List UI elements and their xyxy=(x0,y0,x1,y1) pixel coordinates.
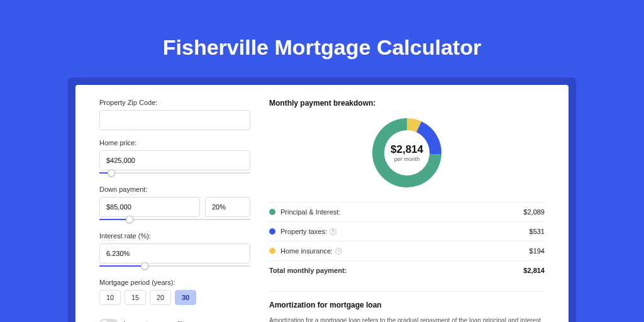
payment-donut: $2,814 per month xyxy=(369,115,445,191)
info-icon[interactable]: ? xyxy=(335,248,342,255)
breakdown-title: Monthly payment breakdown: xyxy=(269,99,545,108)
down-slider[interactable] xyxy=(99,216,250,223)
breakdown-row: Property taxes:?$531 xyxy=(269,221,545,241)
info-icon[interactable]: ? xyxy=(330,228,336,235)
breakdown-row: Principal & Interest:$2,089 xyxy=(269,202,545,221)
donut-wrap: $2,814 per month xyxy=(269,115,545,191)
panel-shadow: Property Zip Code: Home price: Down paym… xyxy=(68,77,576,322)
donut-value: $2,814 xyxy=(391,143,423,156)
zip-field: Property Zip Code: xyxy=(99,99,250,130)
page-title: Fisherville Mortgage Calculator xyxy=(0,0,644,77)
rate-slider[interactable] xyxy=(99,262,250,270)
legend-dot xyxy=(269,248,275,254)
donut-sub: per month xyxy=(394,156,420,162)
breakdown-label: Home insurance:? xyxy=(280,247,530,255)
legend-dot xyxy=(269,209,275,215)
zip-label: Property Zip Code: xyxy=(99,99,250,106)
price-label: Home price: xyxy=(99,139,250,147)
breakdown-value: $531 xyxy=(530,228,545,235)
breakdown-column: Monthly payment breakdown: $2,814 per mo… xyxy=(269,99,545,322)
down-label: Down payment: xyxy=(99,186,250,193)
input-column: Property Zip Code: Home price: Down paym… xyxy=(99,99,250,322)
period-option-30[interactable]: 30 xyxy=(175,290,196,305)
rate-field: Interest rate (%): xyxy=(99,232,250,270)
down-field: Down payment: xyxy=(99,186,250,223)
period-option-15[interactable]: 15 xyxy=(125,290,146,305)
breakdown-label: Property taxes:? xyxy=(280,228,530,235)
period-option-10[interactable]: 10 xyxy=(99,290,121,305)
breakdown-row: Home insurance:?$194 xyxy=(269,241,545,260)
period-option-20[interactable]: 20 xyxy=(150,290,171,305)
period-label: Mortgage period (years): xyxy=(99,279,250,286)
amort-text: Amortization for a mortgage loan refers … xyxy=(269,316,545,322)
veteran-row: I am veteran or military xyxy=(99,319,250,322)
breakdown-value: $2,089 xyxy=(523,208,545,216)
down-pct-input[interactable] xyxy=(205,197,250,217)
down-amount-input[interactable] xyxy=(99,197,200,217)
amort-section: Amortization for mortgage loan Amortizat… xyxy=(269,291,545,322)
total-row: Total monthly payment: $2,814 xyxy=(269,260,545,280)
total-label: Total monthly payment: xyxy=(269,267,523,274)
rate-label: Interest rate (%): xyxy=(99,232,250,240)
rate-input[interactable] xyxy=(99,243,250,264)
price-input[interactable] xyxy=(99,150,250,170)
price-field: Home price: xyxy=(99,139,250,177)
veteran-toggle[interactable] xyxy=(99,319,118,322)
amort-title: Amortization for mortgage loan xyxy=(269,301,545,309)
price-slider[interactable] xyxy=(99,169,250,177)
calculator-panel: Property Zip Code: Home price: Down paym… xyxy=(75,85,569,322)
period-field: Mortgage period (years): 10152030 xyxy=(99,279,250,305)
zip-input[interactable] xyxy=(99,110,250,130)
total-value: $2,814 xyxy=(523,267,545,274)
breakdown-label: Principal & Interest: xyxy=(280,208,523,216)
legend-dot xyxy=(269,228,275,235)
breakdown-value: $194 xyxy=(530,247,545,255)
